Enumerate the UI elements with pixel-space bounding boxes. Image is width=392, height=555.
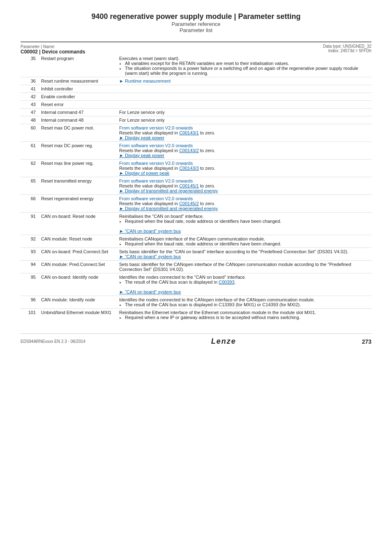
param-table: 35Restart programExecutes a reset (warm … — [21, 55, 371, 321]
row-number: 48 — [21, 116, 39, 124]
row-desc: Identifies the nodes connected to the CA… — [117, 296, 371, 309]
page-footer: EDS94ARNExxxx EN 2.3 - 06/2014 Lenze 273 — [21, 333, 371, 346]
desc-suffix: to zero. — [199, 130, 215, 135]
bullet-item: The result of the CAN bus scan is displa… — [125, 280, 369, 284]
table-row: 92CAN module: Reset nodeReinitialises CA… — [21, 235, 371, 248]
desc-text: Identifies the nodes connected to the CA… — [119, 297, 315, 302]
table-row: 47Internal command 47For Lenze service o… — [21, 109, 371, 116]
row-number: 92 — [21, 235, 39, 248]
row-name: Inhibit controller — [39, 85, 117, 93]
desc-inline-link[interactable]: C00145/1 — [179, 183, 199, 188]
subtitle1: Parameter reference — [21, 21, 371, 27]
bullet-link[interactable]: C00393 — [219, 280, 235, 284]
desc-text: Reinitialises the Ethernet interface of … — [119, 310, 316, 315]
row-desc: Sets basic identifier for the "CAN on bo… — [117, 248, 371, 261]
arrow-link[interactable]: ► Display of transmitted and regenerated… — [119, 188, 218, 193]
row-name: Reset max DC power mot. — [39, 124, 117, 142]
row-number: 91 — [21, 213, 39, 235]
row-name: CAN on-board: Reset node — [39, 213, 117, 235]
page-title: 9400 regenerative power supply module | … — [21, 12, 371, 21]
row-name: Reset regenerated energy — [39, 195, 117, 213]
row-name: CAN on-board: Pred.Connect.Set — [39, 248, 117, 261]
bullet-item: The situation corresponds to a power fai… — [125, 66, 369, 76]
desc-text: Resets the value displayed in — [119, 130, 178, 135]
row-desc: From software version V2.0 onwardsResets… — [117, 124, 371, 142]
desc-text: Resets the value displayed in — [119, 183, 178, 188]
param-label-right: Data type: UNSIGNED_32 Index: 24573d = 5… — [323, 44, 371, 53]
row-name: CAN module: Reset node — [39, 235, 117, 248]
row-number: 94 — [21, 261, 39, 273]
row-desc: Identifies the nodes connected to the "C… — [117, 273, 371, 296]
desc-text: Resets the value displayed in — [119, 148, 178, 153]
arrow-link[interactable]: ► Display of power peak — [119, 171, 169, 176]
page-header: 9400 regenerative power supply module | … — [21, 12, 371, 33]
row-number: 47 — [21, 109, 39, 116]
table-row: 91CAN on-board: Reset nodeReinitialises … — [21, 213, 371, 235]
table-row: 36Reset runtime measurement► Runtime mea… — [21, 77, 371, 85]
bullet-item: The result of the CAN bus scan is displa… — [125, 302, 369, 307]
desc-inline-link[interactable]: C00143/2 — [179, 148, 199, 153]
row-desc: Reinitialises CANopen interface of the C… — [117, 235, 371, 248]
desc-text: Sets basic identifier for the CANopen in… — [119, 262, 351, 272]
row-number: 93 — [21, 248, 39, 261]
arrow-link[interactable]: ► "CAN on board" system bus — [119, 289, 181, 294]
desc-text: Executes a reset (warm start). — [119, 56, 180, 61]
row-number: 66 — [21, 195, 39, 213]
arrow-link[interactable]: ► "CAN on board" system bus — [119, 229, 181, 234]
arrow-link[interactable]: ► "CAN on board" system bus — [119, 254, 181, 259]
bullet-item: Required when a new IP or gateway addres… — [125, 315, 369, 320]
row-name: Enable controller — [39, 93, 117, 101]
row-desc: ► Runtime measurement — [117, 77, 371, 85]
table-row: 60Reset max DC power mot.From software v… — [21, 124, 371, 142]
table-row: 62Reset max line power reg.From software… — [21, 160, 371, 177]
row-number: 60 — [21, 124, 39, 142]
row-number: 62 — [21, 160, 39, 177]
row-number: 36 — [21, 77, 39, 85]
row-number: 41 — [21, 85, 39, 93]
row-desc: From software version V2.0 onwardsResets… — [117, 160, 371, 177]
desc-text: Reinitialises CANopen interface of the C… — [119, 236, 265, 241]
row-number: 42 — [21, 93, 39, 101]
footer-edition: EDS94ARNExxxx EN 2.3 - 06/2014 — [21, 339, 85, 344]
bullet-item: All variables except for the RETAIN vari… — [125, 61, 369, 66]
desc-inline-link[interactable]: C00143/3 — [179, 166, 199, 171]
row-desc: From software version V2.0 onwardsResets… — [117, 142, 371, 160]
row-desc: Reinitialises the Ethernet interface of … — [117, 309, 371, 321]
desc-inline-link[interactable]: C00145/2 — [179, 201, 199, 206]
footer-brand: Lenze — [211, 337, 236, 346]
arrow-link[interactable]: ► Display of transmitted and regenerated… — [119, 206, 218, 211]
row-name: CAN module: Pred.Connect.Set — [39, 261, 117, 273]
param-code: C00002 | Device commands — [21, 49, 85, 55]
row-name: Restart program — [39, 55, 117, 77]
row-name: Reset max line power reg. — [39, 160, 117, 177]
row-number: 61 — [21, 142, 39, 160]
desc-text: For Lenze service only — [119, 110, 165, 115]
row-desc: From software version V2.0 onwardsResets… — [117, 195, 371, 213]
desc-text: Identifies the nodes connected to the "C… — [119, 275, 246, 280]
table-row: 35Restart programExecutes a reset (warm … — [21, 55, 371, 77]
blue-prefix: From software version V2.0 onwards — [119, 161, 193, 166]
row-desc: Sets basic identifier for the CANopen in… — [117, 261, 371, 273]
row-desc: Reinitialises the "CAN on board" interfa… — [117, 213, 371, 235]
arrow-link[interactable]: ► Display peak power — [119, 153, 164, 158]
arrow-link[interactable]: ► Display peak power — [119, 135, 164, 140]
desc-suffix: to zero. — [199, 201, 215, 206]
desc-link[interactable]: ► Runtime measurement — [119, 79, 171, 83]
table-row: 94CAN module: Pred.Connect.SetSets basic… — [21, 261, 371, 273]
table-row: 43Reset error — [21, 101, 371, 109]
row-desc: For Lenze service only — [117, 116, 371, 124]
param-label-left: Parameter | Name: C00002 | Device comman… — [21, 44, 85, 55]
row-number: 65 — [21, 177, 39, 195]
row-name: CAN module: Identify node — [39, 296, 117, 309]
blue-prefix: From software version V2.0 onwards — [119, 125, 193, 130]
table-row: 101Unbind/bind Ethernet module MXI1Reini… — [21, 309, 371, 321]
row-number: 101 — [21, 309, 39, 321]
row-name: Reset error — [39, 101, 117, 109]
bullet-item: Required when the baud rate, node addres… — [125, 241, 369, 246]
desc-inline-link[interactable]: C00143/1 — [179, 130, 199, 135]
table-row: 65Reset transmitted energyFrom software … — [21, 177, 371, 195]
desc-suffix: to zero. — [199, 183, 215, 188]
row-desc — [117, 93, 371, 101]
row-name: Unbind/bind Ethernet module MXI1 — [39, 309, 117, 321]
desc-text: Reinitialises the "CAN on board" interfa… — [119, 214, 204, 219]
